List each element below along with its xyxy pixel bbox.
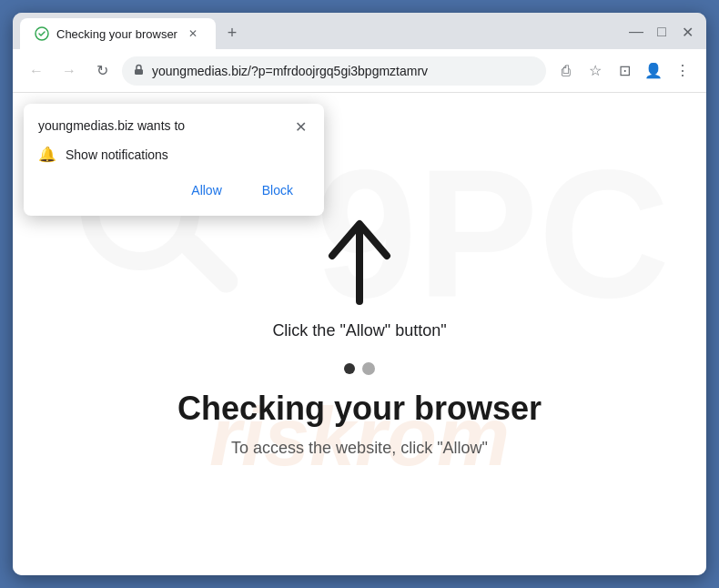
block-button[interactable]: Block — [246, 177, 309, 203]
arrow-up-icon — [319, 210, 400, 314]
popup-close-button[interactable]: ✕ — [291, 118, 309, 137]
address-bar[interactable]: youngmedias.biz/?p=mfrdoojrgq5gi3bpgmzta… — [122, 56, 546, 86]
popup-title: youngmedias.biz wants to — [38, 118, 185, 133]
popup-buttons: Allow Block — [38, 177, 309, 203]
popup-header: youngmedias.biz wants to ✕ — [38, 118, 309, 137]
url-text: youngmedias.biz/?p=mfrdoojrgq5gi3bpgmzta… — [152, 64, 535, 78]
menu-button[interactable]: ⋮ — [670, 58, 695, 84]
dot-active — [344, 363, 355, 374]
toolbar-actions: ⎙ ☆ ⊡ 👤 ⋮ — [553, 58, 695, 84]
page-content: 9PC riskrom youngmedias.biz wants to ✕ 🔔… — [13, 93, 706, 575]
allow-button[interactable]: Allow — [175, 177, 238, 203]
browser-toolbar: ← → ↻ youngmedias.biz/?p=mfrdoojrgq5gi3b… — [13, 49, 706, 93]
bookmark-button[interactable]: ☆ — [582, 58, 608, 84]
dots-row — [344, 362, 375, 375]
popup-notification-row: 🔔 Show notifications — [38, 146, 309, 163]
maximize-button[interactable]: □ — [650, 20, 673, 44]
close-button[interactable]: ✕ — [675, 20, 699, 44]
dot-inactive — [362, 362, 375, 375]
window-controls: — □ ✕ — [624, 20, 699, 44]
tab-favicon-icon — [35, 26, 49, 41]
active-tab[interactable]: Checking your browser ✕ — [20, 18, 216, 49]
new-tab-button[interactable]: + — [219, 20, 245, 46]
share-button[interactable]: ⎙ — [553, 58, 579, 84]
tab-close-button[interactable]: ✕ — [185, 25, 201, 42]
reload-button[interactable]: ↻ — [89, 58, 115, 84]
lock-icon — [133, 63, 145, 78]
forward-button[interactable]: → — [56, 58, 82, 84]
bell-icon: 🔔 — [38, 146, 56, 163]
minimize-button[interactable]: — — [624, 20, 648, 44]
browser-window: Checking your browser ✕ + — □ ✕ ← → ↻ yo… — [13, 13, 706, 575]
split-view-button[interactable]: ⊡ — [612, 58, 637, 84]
svg-rect-1 — [135, 69, 143, 75]
click-allow-text: Click the "Allow" button" — [272, 321, 446, 340]
notification-popup: youngmedias.biz wants to ✕ 🔔 Show notifi… — [24, 104, 324, 216]
popup-description: Show notifications — [66, 147, 168, 162]
sub-text: To access the website, click "Allow" — [231, 439, 488, 458]
back-button[interactable]: ← — [24, 58, 49, 84]
tab-title: Checking your browser — [56, 27, 177, 41]
main-title: Checking your browser — [177, 390, 542, 428]
profile-button[interactable]: 👤 — [641, 58, 666, 84]
tab-bar: Checking your browser ✕ + — □ ✕ — [13, 13, 706, 49]
